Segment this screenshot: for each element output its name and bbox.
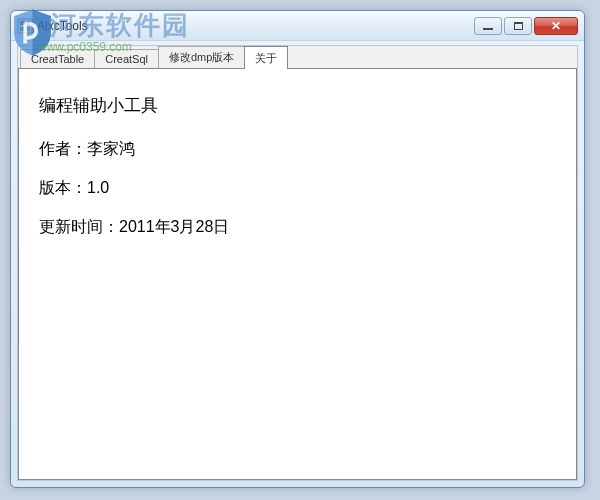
about-version: 版本：1.0 — [39, 178, 556, 199]
about-author: 作者：李家鸿 — [39, 139, 556, 160]
about-version-value: 1.0 — [87, 179, 109, 196]
svg-rect-3 — [20, 27, 24, 31]
about-author-label: 作者： — [39, 140, 87, 157]
svg-rect-2 — [26, 21, 30, 25]
about-updated-value: 2011年3月28日 — [119, 218, 229, 235]
tab-about[interactable]: 关于 — [244, 46, 288, 69]
maximize-icon — [514, 22, 523, 30]
about-author-value: 李家鸿 — [87, 140, 135, 157]
client-area: CreatTable CreatSql 修改dmp版本 关于 编程辅助小工具 作… — [17, 45, 578, 481]
minimize-button[interactable] — [474, 17, 502, 35]
svg-rect-4 — [26, 27, 30, 31]
tab-label: CreatTable — [31, 53, 84, 65]
tab-label: 关于 — [255, 52, 277, 64]
minimize-icon — [483, 28, 493, 30]
tab-modify-dmp[interactable]: 修改dmp版本 — [158, 46, 245, 68]
about-title: 编程辅助小工具 — [39, 94, 556, 117]
about-updated-label: 更新时间： — [39, 218, 119, 235]
close-icon: ✕ — [551, 20, 561, 32]
tab-label: CreatSql — [105, 53, 148, 65]
tab-strip: CreatTable CreatSql 修改dmp版本 关于 — [18, 46, 577, 68]
window-controls: ✕ — [474, 17, 578, 35]
window-title: AlxcTools — [37, 19, 474, 33]
tab-content-about: 编程辅助小工具 作者：李家鸿 版本：1.0 更新时间：2011年3月28日 — [18, 68, 577, 480]
app-icon — [17, 18, 33, 34]
svg-rect-1 — [20, 21, 24, 25]
app-window: AlxcTools ✕ CreatTable CreatSql 修改dmp版本 … — [10, 10, 585, 488]
about-updated: 更新时间：2011年3月28日 — [39, 217, 556, 238]
maximize-button[interactable] — [504, 17, 532, 35]
about-version-label: 版本： — [39, 179, 87, 196]
close-button[interactable]: ✕ — [534, 17, 578, 35]
titlebar: AlxcTools ✕ — [11, 11, 584, 41]
tab-creattable[interactable]: CreatTable — [20, 49, 95, 68]
tab-creatsql[interactable]: CreatSql — [94, 49, 159, 68]
tab-label: 修改dmp版本 — [169, 51, 234, 63]
